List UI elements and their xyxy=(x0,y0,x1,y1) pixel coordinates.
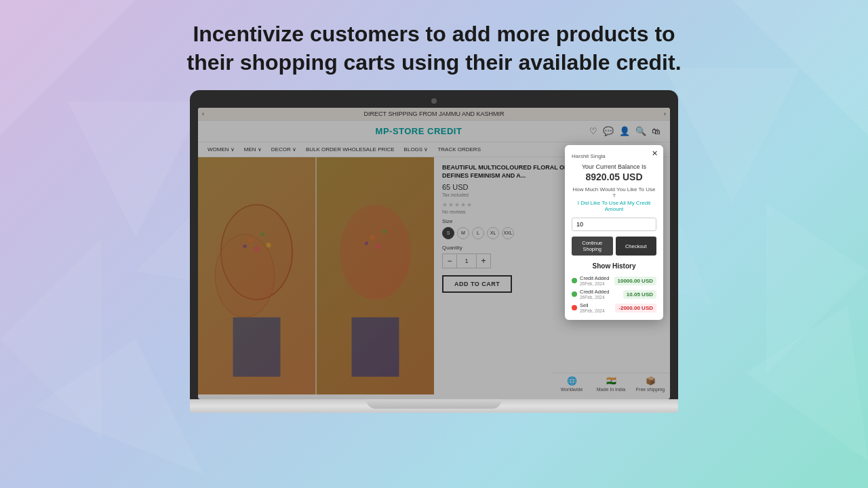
laptop-mockup: ‹ DIRECT SHIPPING FROM JAMMU AND KASHMIR… xyxy=(0,90,868,413)
modal-balance-label: Your Current Balance Is xyxy=(572,163,656,170)
modal-user-name: Harshit Singla xyxy=(572,153,656,159)
checkout-button[interactable]: Checkout xyxy=(616,237,657,256)
history-amount-1: 10000.00 USD xyxy=(614,277,656,285)
history-dot-1 xyxy=(572,278,577,283)
history-item-2: Credit Added 26Feb, 2024 10.05 USD xyxy=(572,289,656,300)
modal-balance-amount: 8920.05 USD xyxy=(572,171,656,182)
laptop-stand xyxy=(366,399,502,409)
history-item-1-text: Credit Added 26Feb, 2024 xyxy=(580,275,609,286)
modal-use-all-link[interactable]: I Did Like To Use All My Credit Amount xyxy=(572,200,656,212)
main-headline: Incentivize customers to add more produc… xyxy=(0,0,868,90)
history-item-2-left: Credit Added 26Feb, 2024 xyxy=(572,289,609,300)
continue-shopping-button[interactable]: Continue Shoping xyxy=(572,237,613,256)
modal-action-buttons: Continue Shoping Checkout xyxy=(572,237,656,256)
history-dot-3 xyxy=(572,305,577,310)
laptop-camera xyxy=(431,98,437,104)
history-item-3: Sell 26Feb, 2024 -2000.00 USD xyxy=(572,302,656,313)
history-item-3-text: Sell 26Feb, 2024 xyxy=(580,302,605,313)
history-items: Credit Added 26Feb, 2024 10000.00 USD xyxy=(572,275,656,313)
history-item-2-text: Credit Added 26Feb, 2024 xyxy=(580,289,609,300)
history-amount-3: -2000.00 USD xyxy=(615,304,656,312)
credit-amount-input[interactable] xyxy=(572,218,656,231)
history-item-1: Credit Added 26Feb, 2024 10000.00 USD xyxy=(572,275,656,286)
modal-close-button[interactable]: ✕ xyxy=(652,149,658,158)
modal-use-label: How Much Would You Like To Use ? xyxy=(572,186,656,199)
laptop-screen: ‹ DIRECT SHIPPING FROM JAMMU AND KASHMIR… xyxy=(198,108,670,399)
website-content: ‹ DIRECT SHIPPING FROM JAMMU AND KASHMIR… xyxy=(198,108,670,399)
credit-modal: ✕ Harshit Singla Your Current Balance Is… xyxy=(565,145,663,320)
history-item-3-left: Sell 26Feb, 2024 xyxy=(572,302,605,313)
history-amount-2: 10.05 USD xyxy=(623,290,656,299)
laptop: ‹ DIRECT SHIPPING FROM JAMMU AND KASHMIR… xyxy=(190,90,678,413)
laptop-base xyxy=(190,399,678,413)
history-item-1-left: Credit Added 26Feb, 2024 xyxy=(572,275,609,286)
show-history-label: Show History xyxy=(572,262,656,270)
modal-overlay: ✕ Harshit Singla Your Current Balance Is… xyxy=(198,108,670,399)
history-dot-2 xyxy=(572,291,577,297)
laptop-screen-outer: ‹ DIRECT SHIPPING FROM JAMMU AND KASHMIR… xyxy=(190,90,678,399)
